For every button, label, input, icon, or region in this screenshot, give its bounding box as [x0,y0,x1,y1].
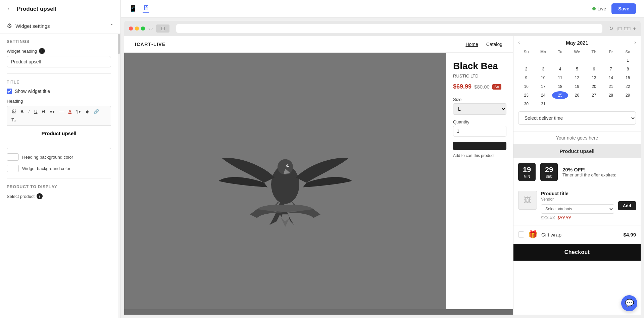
quantity-field: Quantity [453,119,506,137]
cal-day-19[interactable]: 19 [569,83,585,91]
cal-day-3[interactable]: 3 [535,65,551,73]
timer-seconds-block: 29 Sec [540,163,558,181]
cal-day-28[interactable]: 28 [603,91,619,99]
copy-icon[interactable]: □□ [624,25,630,32]
cal-day-18[interactable]: 18 [552,83,568,91]
cal-day-empty [552,100,568,108]
cal-day-11[interactable]: 11 [552,74,568,82]
gift-wrap-price: $4.99 [623,232,636,237]
widget-bg-color-swatch[interactable] [7,165,19,172]
cal-prev-button[interactable]: ‹ [518,40,520,46]
upsell-variant-row: Select Variants [541,204,614,214]
browser-dots [129,26,145,31]
cal-day-29[interactable]: 29 [620,91,636,99]
cal-day-8[interactable]: 8 [620,65,636,73]
deliver-time-select[interactable]: Select deliver time [518,111,636,125]
chevron-up-icon[interactable]: ⌃ [110,23,114,29]
live-dot [592,7,596,10]
cal-day-31[interactable]: 31 [535,100,551,108]
back-button[interactable]: ← [7,5,13,12]
cal-day-7[interactable]: 7 [603,65,619,73]
left-scrollbar[interactable] [118,34,120,318]
cal-day-26[interactable]: 26 [569,91,585,99]
cal-day-16[interactable]: 16 [518,83,534,91]
size-select[interactable]: L [453,103,506,115]
browser-url-bar[interactable] [176,24,602,33]
cal-day-23[interactable]: 23 [518,91,534,99]
cal-day-12[interactable]: 12 [569,74,585,82]
timer-minutes-block: 19 Min [518,163,536,181]
cal-day-21[interactable]: 21 [603,83,619,91]
save-button[interactable]: Save [611,3,636,14]
mobile-icon[interactable]: 📱 [129,4,137,13]
italic-toolbar-btn[interactable]: I [27,108,31,115]
link-toolbar-btn[interactable]: 🔗 [92,108,101,115]
cal-day-25-today[interactable]: 25 [552,91,568,99]
add-to-cart-button[interactable] [453,142,506,150]
show-widget-title-checkbox[interactable] [7,89,12,94]
cal-day-30[interactable]: 30 [518,100,534,108]
left-header: ← Product upsell [0,0,120,18]
upsell-product-title: Product title [541,191,614,196]
underline-toolbar-btn[interactable]: U [33,108,39,115]
add-tab-icon[interactable]: + [633,25,636,32]
heading-bg-color-swatch[interactable] [7,153,19,161]
strikethrough-toolbar-btn[interactable]: S [40,108,47,115]
cal-next-button[interactable]: › [634,40,636,46]
variant-select[interactable]: Select Variants [541,204,614,214]
left-scrollbar-thumb[interactable] [118,34,120,54]
font-color-toolbar-btn[interactable]: A [67,108,73,115]
cal-day-4[interactable]: 4 [552,65,568,73]
bold-toolbar-btn[interactable]: B [19,108,25,115]
cal-day-5[interactable]: 5 [569,65,585,73]
cal-day-6[interactable]: 6 [586,65,602,73]
image-toolbar-btn[interactable]: 🖼 [10,108,17,115]
refresh-icon[interactable]: ↻ [609,25,613,32]
svg-point-4 [287,165,289,166]
close-dot[interactable] [129,26,133,31]
paragraph-toolbar-btn[interactable]: ¶▾ [75,108,83,115]
cal-day-17[interactable]: 17 [535,83,551,91]
nav-catalog[interactable]: Catalog [486,42,502,47]
nav-back-icon[interactable]: ‹ [148,26,150,31]
cal-day-10[interactable]: 10 [535,74,551,82]
widget-bg-color-row: Widget background color [7,165,111,172]
left-content: SETTINGS Widget heading i TITLE Show wid… [0,34,118,318]
cal-day-15[interactable]: 15 [620,74,636,82]
ink-toolbar-btn[interactable]: ◆ [84,108,91,115]
cal-day-2[interactable]: 2 [518,65,534,73]
cal-header-fr: Fr [603,48,619,56]
cal-day-14[interactable]: 14 [603,74,619,82]
nav-home[interactable]: Home [465,42,478,47]
cal-day-13[interactable]: 13 [586,74,602,82]
nav-forward-icon[interactable]: › [151,26,153,31]
cal-day-1[interactable]: 1 [620,56,636,64]
cal-day-20[interactable]: 20 [586,83,602,91]
desktop-icon[interactable]: 🖥 [143,4,149,13]
gift-wrap-row: 🎁 Gift wrap $4.99 [513,225,641,244]
text-format-toolbar-btn[interactable]: Tₓ [10,116,18,123]
minimize-dot[interactable] [135,26,139,31]
title-section-title: TITLE [7,80,111,85]
heading-editor-content[interactable]: Product upsell [7,126,111,149]
share-icon[interactable]: ↑□ [616,25,622,32]
widget-heading-input[interactable] [7,56,111,67]
note-area: Your note goes here [513,132,641,144]
gift-wrap-checkbox[interactable] [518,231,524,237]
calendar-month: May 2021 [566,40,588,46]
upsell-add-button[interactable]: Add [618,201,636,210]
sale-badge: SA [492,84,501,90]
hr-toolbar-btn[interactable]: — [58,108,65,115]
quantity-input[interactable] [453,126,506,137]
checkout-button[interactable]: Checkout [513,244,641,261]
chat-bubble[interactable]: 💬 [621,295,637,311]
maximize-dot[interactable] [141,26,145,31]
cal-day-9[interactable]: 9 [518,74,534,82]
cal-day-24[interactable]: 24 [535,91,551,99]
cal-header-we: We [569,48,585,56]
window-btn[interactable]: □ [156,24,169,33]
align-toolbar-btn[interactable]: ≡▾ [48,108,56,115]
widget-settings-left: ⚙ Widget settings [7,22,50,30]
cal-day-22[interactable]: 22 [620,83,636,91]
cal-day-27[interactable]: 27 [586,91,602,99]
